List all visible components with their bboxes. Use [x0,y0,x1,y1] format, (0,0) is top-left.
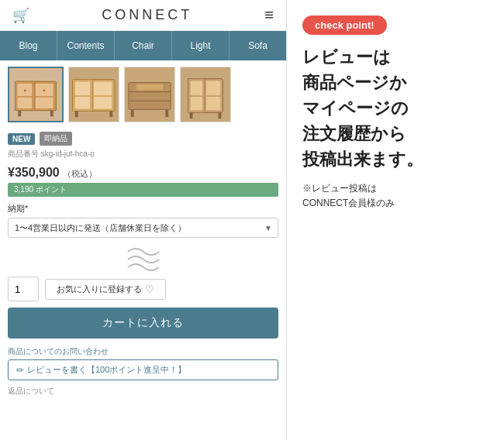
svg-rect-28 [206,81,220,95]
svg-rect-31 [218,112,221,119]
svg-rect-20 [129,101,171,101]
delivery-select-wrapper: 1〜4営業日以内に発送（店舗休業日を除く） ▼ [8,218,278,238]
delivery-label: 納期* [0,200,286,216]
soku-badge: 即納品 [40,132,72,146]
wishlist-label: お気に入りに登録する [57,284,142,295]
nav-item-light[interactable]: Light [172,31,230,60]
inquiry-link[interactable]: 商品についてのお問い合わせ [8,346,278,357]
svg-rect-13 [75,97,90,109]
svg-rect-3 [17,98,32,108]
cart-icon[interactable]: 🛒 [12,7,29,24]
svg-rect-6 [24,89,26,91]
product-image-thumb-2[interactable] [124,67,175,122]
right-panel: check point! レビューは 商品ページか マイページの 注文履歴から … [287,0,504,440]
svg-rect-8 [18,111,21,117]
review-box[interactable]: ✏ レビューを書く【100ポイント進呈中！】 [8,359,278,380]
svg-rect-29 [206,97,220,110]
wave-decoration [0,242,286,273]
svg-rect-19 [129,91,171,92]
annotation-line1: レビューは [302,44,490,70]
review-label: レビューを書く【100ポイント進呈中！】 [27,364,186,376]
menu-icon[interactable]: ≡ [264,6,274,24]
site-title: CONNECT [102,7,192,23]
wishlist-button[interactable]: お気に入りに登録する ♡ [45,279,166,300]
svg-rect-17 [109,111,112,117]
annotation-line2: 商品ページか [302,70,490,95]
heart-icon: ♡ [145,284,154,295]
price-tax: （税込） [63,169,97,178]
return-link[interactable]: 返品について [8,387,54,395]
annotation-line4: 注文履歴から [302,121,490,146]
svg-rect-21 [131,109,134,117]
annotation-text: レビューは 商品ページか マイページの 注文履歴から 投稿出来ます。 [302,44,490,172]
product-image-main[interactable] [8,67,64,122]
nav-item-blog[interactable]: Blog [0,31,57,60]
price-row: ¥350,900 （税込） [0,163,286,181]
svg-rect-7 [43,89,45,91]
header: 🛒 CONNECT ≡ [0,0,286,31]
checkpoint-badge: check point! [302,15,387,35]
svg-rect-9 [50,111,54,117]
svg-rect-26 [191,81,203,95]
svg-rect-30 [190,112,193,119]
nav-item-chair[interactable]: Chair [115,31,172,60]
price: ¥350,900 [8,166,60,179]
new-badge: NEW [8,133,35,145]
delivery-select[interactable]: 1〜4営業日以内に発送（店舗休業日を除く） [8,218,278,238]
svg-rect-22 [165,109,168,117]
link-section: 商品についてのお問い合わせ ✏ レビューを書く【100ポイント進呈中！】 返品に… [0,343,286,398]
annotation-note: ※レビュー投稿はCONNECT会員様のみ [302,181,490,211]
svg-rect-12 [75,82,90,95]
svg-rect-15 [94,97,112,109]
pencil-icon: ✏ [16,365,24,376]
badge-row: NEW 即納品 [0,129,286,147]
left-panel: 🛒 CONNECT ≡ Blog Contents Chair Light So… [0,0,287,440]
svg-rect-14 [94,82,112,95]
svg-rect-16 [75,111,78,117]
nav-item-contents[interactable]: Contents [57,31,115,60]
product-image-thumb-3[interactable] [180,67,231,122]
nav-item-sofa[interactable]: Sofa [230,31,286,60]
annotation-line3: マイページの [302,95,490,121]
points-badge: 3,190 ポイント [8,183,278,197]
cart-button[interactable]: カートに入れる [8,308,278,339]
svg-rect-23 [136,84,164,90]
wave-svg [120,244,167,275]
svg-rect-27 [191,97,203,110]
product-id: 商品番号 skg-id-jut-hca-o [0,147,286,163]
qty-wishlist-row: お気に入りに登録する ♡ [0,273,286,306]
quantity-input[interactable] [8,277,39,301]
product-image-thumb-1[interactable] [68,67,119,122]
product-images [0,60,286,129]
annotation-line5: 投稿出来ます。 [302,146,490,172]
nav-bar: Blog Contents Chair Light Sofa [0,31,286,60]
svg-rect-5 [36,98,54,108]
